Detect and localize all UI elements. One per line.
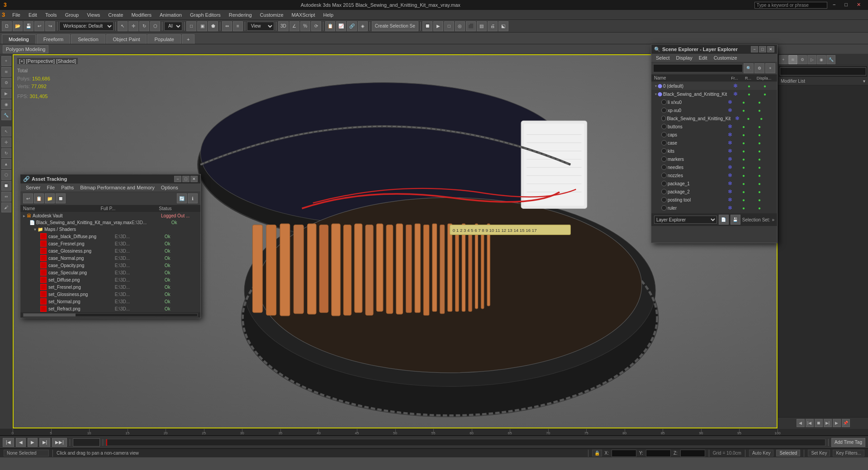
window-controls[interactable]: Type a keyword or phrase − □ ✕ [754, 2, 864, 9]
menu-maxscript[interactable]: MAXScript [288, 11, 319, 19]
next-frame-btn[interactable]: ▶| [39, 438, 51, 447]
se-close-btn[interactable]: ✕ [767, 46, 774, 52]
se-layer-row[interactable]: ruler ❄ ● ● [651, 204, 777, 212]
se-layer-row[interactable]: nozzles ❄ ● ● [651, 171, 777, 179]
modifier-search-input[interactable] [780, 67, 866, 75]
se-layer-row[interactable]: needles ❄ ● ● [651, 163, 777, 171]
se-layer-row[interactable]: case ❄ ● ● [651, 139, 777, 147]
display-icon[interactable]: ◉ [1, 99, 11, 109]
se-explorer-type-select[interactable]: Layer Explorer [654, 216, 717, 224]
se-layer-row[interactable]: li x/xu0 ❄ ● ● [651, 98, 777, 106]
hierarchy-icon[interactable]: ⚙ [1, 78, 11, 88]
select-move[interactable]: ✛ [128, 21, 138, 31]
se-layer-row[interactable]: package_2 ❄ ● ● [651, 188, 777, 196]
at-btn-4[interactable]: 🔲 [56, 193, 66, 203]
at-btn-1[interactable]: ↩ [23, 193, 33, 203]
curve-editor[interactable]: 📈 [336, 21, 346, 31]
se-search-input[interactable] [653, 64, 743, 72]
mirror-btn[interactable]: ⇔ [222, 21, 232, 31]
render-frame[interactable]: □ [444, 21, 454, 31]
se-layer-row[interactable]: ▾ ⬤ Black_Sewing_and_Knitting_Kit ❄ ● ● [651, 90, 777, 98]
select-filter-icon[interactable]: ↖ [1, 127, 11, 136]
se-layer-row[interactable]: buttons ❄ ● ● [651, 122, 777, 131]
create-icon[interactable]: + [1, 56, 11, 66]
se-titlebar[interactable]: 🔍 Scene Explorer - Layer Explorer − □ ✕ [651, 45, 777, 54]
at-refresh-btn[interactable]: 🔄 [177, 193, 187, 203]
tab-object-paint[interactable]: Object Paint [106, 34, 147, 44]
paint-icon[interactable]: 🖌 [1, 202, 11, 212]
menu-file[interactable]: File [9, 11, 24, 19]
align-btn[interactable]: ≡ [233, 21, 243, 31]
menu-create[interactable]: Create [104, 11, 127, 19]
maps-expand-icon[interactable]: ▾ [34, 227, 36, 232]
at-close-btn[interactable]: ✕ [190, 176, 198, 182]
prev-frame-btn[interactable]: ◀ [16, 438, 26, 447]
undo-button[interactable]: ↩ [34, 21, 44, 31]
render[interactable]: ▶ [433, 21, 443, 31]
at-maximize-btn[interactable]: □ [182, 176, 190, 182]
at-btn-3[interactable]: 📁 [45, 193, 55, 203]
motion-panel-icon[interactable]: ▷ [807, 55, 816, 64]
tab-populate[interactable]: Populate [147, 34, 180, 44]
se-layer-row[interactable]: xp-xu0 ❄ ● ● [651, 106, 777, 114]
select-rotate[interactable]: ↻ [139, 21, 149, 31]
render-preview[interactable]: ⬛ [466, 21, 476, 31]
at-menu-server[interactable]: Server [23, 184, 43, 191]
at-menu-options[interactable]: Options [158, 184, 181, 191]
tab-add[interactable]: + [182, 34, 194, 44]
workspace-select[interactable]: Workspace: Default [59, 22, 114, 31]
at-menu-paths[interactable]: Paths [58, 184, 76, 191]
schematic[interactable]: 🔗 [347, 21, 357, 31]
new-button[interactable]: 🗋 [2, 21, 12, 31]
close-button[interactable]: ✕ [853, 2, 864, 9]
se-save-btn[interactable]: 💾 [730, 215, 740, 225]
timeline-track[interactable] [106, 439, 825, 446]
modify-panel-icon[interactable]: ≋ [788, 55, 797, 64]
coords-x-input[interactable]: 0.232cm [612, 450, 636, 457]
redo-button[interactable]: ↪ [45, 21, 55, 31]
tab-modeling[interactable]: Modeling [2, 34, 36, 44]
tab-freeform[interactable]: Freeform [37, 34, 71, 44]
view-select[interactable]: View [247, 22, 274, 31]
utilities-panel-icon[interactable]: 🔧 [826, 55, 835, 64]
menu-modifiers[interactable]: Modifiers [128, 11, 155, 19]
select-obj[interactable]: □ [186, 21, 196, 31]
modify-icon[interactable]: ≋ [1, 67, 11, 77]
se-layer-row[interactable]: package_1 ❄ ● ● [651, 179, 777, 188]
menu-graph-editors[interactable]: Graph Editors [186, 11, 224, 19]
menu-group[interactable]: Group [62, 11, 83, 19]
mirror-left-icon[interactable]: ⇔ [1, 192, 11, 202]
goto-end-btn[interactable]: ▶▶| [52, 438, 67, 447]
layer-mgr[interactable]: 📋 [325, 21, 335, 31]
rect-sel[interactable]: ▣ [197, 21, 207, 31]
panoramic[interactable]: ⬕ [498, 21, 508, 31]
menu-views[interactable]: Views [83, 11, 104, 19]
add-time-tag-btn[interactable]: Add Time Tag [831, 438, 865, 447]
snap-angle[interactable]: ∠ [289, 21, 299, 31]
coords-z-input[interactable]: 0.0cm [680, 450, 705, 457]
search-box[interactable]: Type a keyword or phrase [754, 2, 827, 9]
scale-icon[interactable]: ▲ [1, 159, 11, 169]
mod-nav-2[interactable]: |◀ [806, 419, 814, 427]
se-layer-row[interactable]: caps ❄ ● ● [651, 131, 777, 139]
material-editor[interactable]: ◈ [358, 21, 368, 31]
at-menu-file[interactable]: File [44, 184, 57, 191]
move-icon[interactable]: ✛ [1, 137, 11, 147]
create-panel-icon[interactable]: + [779, 55, 788, 64]
mod-nav-3[interactable]: ⏹ [815, 419, 823, 427]
fence-sel[interactable]: ⬟ [208, 21, 218, 31]
se-filter-btn[interactable]: ⚙ [754, 63, 764, 73]
snap-pct[interactable]: % [300, 21, 310, 31]
asset-tracking-titlebar[interactable]: 🔗 Asset Tracking − □ ✕ [20, 174, 200, 183]
at-info-btn[interactable]: ℹ [188, 193, 198, 203]
mod-nav-4[interactable]: ▶| [824, 419, 832, 427]
menu-edit[interactable]: Edit [25, 11, 41, 19]
hierarchy-panel-icon[interactable]: ⚙ [798, 55, 807, 64]
se-menu-customize[interactable]: Customize [711, 55, 740, 61]
play-btn[interactable]: ▶ [28, 438, 38, 447]
se-layer-row[interactable]: ▾ ⬤ 0 (default) ❄ ● ● [651, 82, 777, 90]
se-menu-display[interactable]: Display [674, 55, 695, 61]
mod-nav-1[interactable]: ◀ [797, 419, 805, 427]
se-maximize-btn[interactable]: □ [759, 46, 766, 52]
menu-help[interactable]: Help [320, 11, 337, 19]
